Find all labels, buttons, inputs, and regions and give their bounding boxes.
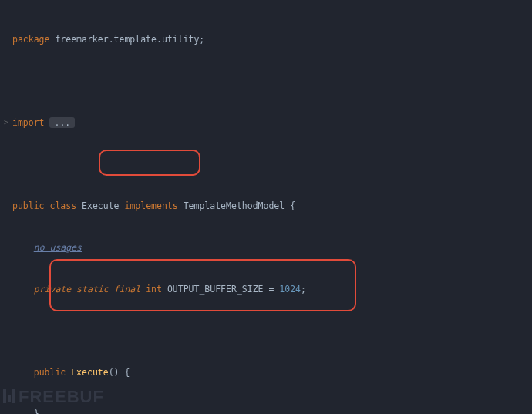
keyword-class: class: [49, 200, 76, 211]
const-name: OUTPUT_BUFFER_SIZE: [167, 284, 264, 295]
keyword-package: package: [12, 34, 49, 45]
code-line: public class Execute implements Template…: [12, 199, 532, 213]
keyword-implements: implements: [124, 200, 177, 211]
code-line: no usages: [12, 241, 532, 254]
code-line-blank: [12, 157, 532, 171]
code-line: package freemarker.template.utility;: [12, 32, 532, 46]
code-line-blank: [12, 74, 532, 88]
class-name: Execute: [82, 200, 119, 211]
keyword-final: final: [114, 284, 141, 295]
literal: 1024: [279, 284, 301, 295]
code-line: >import ...: [12, 116, 532, 130]
code-line: }: [12, 407, 532, 414]
keyword-import: import: [12, 117, 45, 128]
keyword-public: public: [12, 200, 45, 211]
keyword-int: int: [146, 284, 162, 295]
no-usages-hint[interactable]: no usages: [34, 242, 82, 253]
fold-gutter-icon[interactable]: >: [2, 116, 11, 130]
code-line: public Execute() {: [12, 365, 532, 379]
watermark-logo-icon: [3, 389, 17, 405]
watermark-text: FREEBUF: [19, 390, 104, 404]
code-editor[interactable]: package freemarker.template.utility; >im…: [0, 0, 532, 414]
code-line-blank: [12, 324, 532, 338]
keyword-static: static: [76, 284, 109, 295]
package-path: freemarker.template.utility;: [55, 34, 204, 45]
folded-region[interactable]: ...: [49, 117, 75, 128]
interface-name: TemplateMethodModel: [184, 200, 285, 211]
code-line: private static final int OUTPUT_BUFFER_S…: [12, 282, 532, 296]
keyword-private: private: [34, 284, 71, 295]
watermark: FREEBUF: [3, 389, 104, 405]
constructor-name: Execute: [71, 367, 108, 378]
